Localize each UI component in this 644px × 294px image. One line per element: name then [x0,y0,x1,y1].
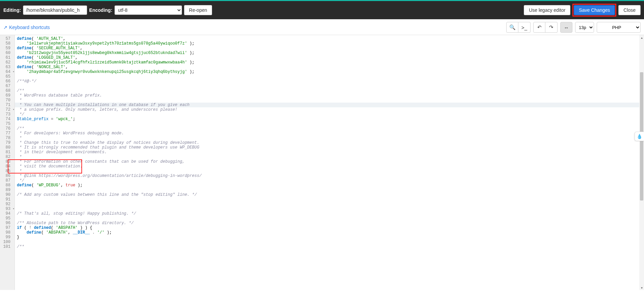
scroll-down-icon[interactable]: ▾ [639,285,644,290]
sub-toolbar: ↗ Keyboard shortcuts 🔍 >_ ↶ ↷ ↔ 13px PHP [0,19,644,35]
encoding-select[interactable]: utf-8 [114,5,182,15]
undo-icon: ↶ [537,24,542,30]
search-button[interactable]: 🔍 [506,22,518,33]
redo-icon: ↷ [549,24,553,30]
font-size-select[interactable]: 13px [575,22,594,33]
search-icon: 🔍 [509,24,516,30]
wrap-icon: ↔ [564,25,569,30]
undo-redo-group: ↶ ↷ [533,22,558,33]
reopen-button[interactable]: Re-open [184,5,212,15]
close-button[interactable]: Close [618,5,641,15]
external-link-icon: ↗ [3,25,7,30]
terminal-icon: >_ [521,25,527,30]
legacy-editor-button[interactable]: Use legacy editor [524,5,570,15]
droplet-icon: 💧 [637,134,642,139]
save-changes-highlight: Save Changes [572,4,616,17]
redo-button[interactable]: ↷ [545,22,558,33]
main-toolbar: Editing: Encoding: utf-8 Re-open Use leg… [0,1,644,19]
line-gutter: 5758596061626364656667686970717273747576… [0,35,15,290]
search-group: 🔍 >_ [506,22,531,33]
editing-label: Editing: [3,7,21,13]
scrollbar-track[interactable]: ▴ ▾ [639,35,644,290]
filepath-input[interactable] [23,5,87,15]
save-changes-button[interactable]: Save Changes [574,5,615,15]
language-select[interactable]: PHP [597,22,641,33]
wrap-toggle-button[interactable]: ↔ [560,22,572,33]
code-editor[interactable]: 5758596061626364656667686970717273747576… [0,35,644,290]
code-area[interactable]: define( 'AUTH_SALT', '1eliwrukjephmjtiyi… [15,35,639,290]
undo-button[interactable]: ↶ [533,22,545,33]
help-tab[interactable]: 💧 [635,132,644,141]
encoding-label: Encoding: [89,7,112,13]
shortcuts-label: Keyboard shortcuts [9,25,50,30]
terminal-button[interactable]: >_ [518,22,531,33]
keyboard-shortcuts-link[interactable]: ↗ Keyboard shortcuts [3,25,50,30]
scroll-up-icon[interactable]: ▴ [639,35,644,40]
